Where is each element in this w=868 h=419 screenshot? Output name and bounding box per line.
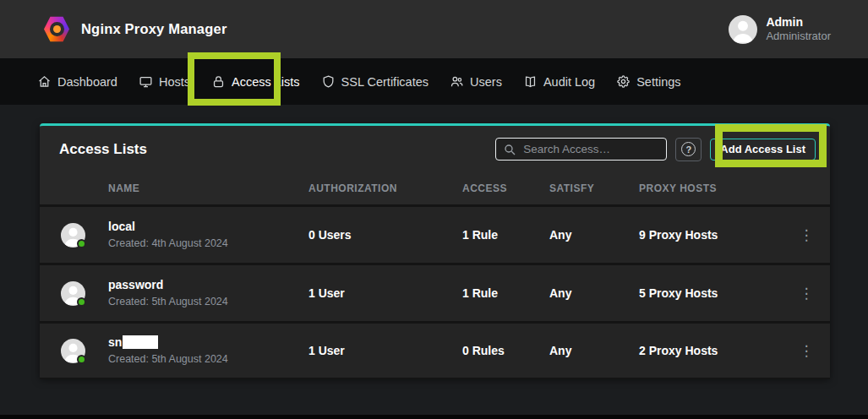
access-value: 1 Rule bbox=[462, 286, 549, 300]
satisfy-value: Any bbox=[549, 228, 639, 242]
user-name: Admin bbox=[766, 15, 831, 30]
page-title: Access Lists bbox=[59, 141, 147, 158]
access-lists-panel: Access Lists ? Add Access List NAME AUTH… bbox=[40, 123, 830, 378]
authorization-value: 0 Users bbox=[308, 228, 462, 242]
shield-icon bbox=[321, 74, 336, 89]
satisfy-value: Any bbox=[549, 344, 639, 357]
table-header: NAME AUTHORIZATION ACCESS SATISFY PROXY … bbox=[40, 172, 830, 204]
book-icon bbox=[523, 74, 538, 89]
users-icon bbox=[450, 74, 464, 89]
column-access: ACCESS bbox=[462, 182, 549, 194]
column-name: NAME bbox=[108, 182, 308, 194]
status-dot bbox=[77, 297, 86, 307]
column-authorization: AUTHORIZATION bbox=[308, 182, 462, 194]
row-menu-icon[interactable]: ⋮ bbox=[783, 344, 830, 358]
table-row[interactable]: local Created: 4th August 2024 0 Users 1… bbox=[40, 204, 830, 263]
proxy-hosts-value: 9 Proxy Hosts bbox=[639, 228, 783, 242]
satisfy-value: Any bbox=[549, 286, 639, 300]
status-dot bbox=[77, 355, 86, 364]
add-access-list-button[interactable]: Add Access List bbox=[710, 139, 816, 161]
status-dot bbox=[77, 239, 86, 248]
monitor-icon bbox=[139, 74, 153, 89]
created-date: Created: 5th August 2024 bbox=[108, 295, 308, 308]
panel-header: Access Lists ? Add Access List bbox=[40, 126, 830, 172]
access-value: 0 Rules bbox=[462, 344, 549, 357]
access-list-name: password bbox=[108, 278, 308, 292]
help-button[interactable]: ? bbox=[675, 138, 701, 161]
column-proxy-hosts: PROXY HOSTS bbox=[639, 182, 783, 194]
main-nav: Dashboard Hosts Access Lists SSL Certifi… bbox=[0, 58, 868, 105]
lock-icon bbox=[211, 74, 226, 89]
proxy-hosts-value: 5 Proxy Hosts bbox=[639, 286, 783, 300]
nav-item-settings[interactable]: Settings bbox=[616, 74, 680, 89]
row-menu-icon[interactable]: ⋮ bbox=[783, 286, 830, 301]
access-value: 1 Rule bbox=[462, 228, 549, 242]
app-header: Nginx Proxy Manager Admin Administrator bbox=[0, 0, 868, 58]
created-date: Created: 4th August 2024 bbox=[108, 237, 308, 250]
access-list-name: local bbox=[108, 220, 308, 234]
table-row[interactable]: password Created: 5th August 2024 1 User… bbox=[40, 263, 830, 321]
nav-item-hosts[interactable]: Hosts bbox=[139, 74, 190, 89]
row-menu-icon[interactable]: ⋮ bbox=[783, 228, 830, 242]
nav-item-users[interactable]: Users bbox=[450, 74, 502, 89]
search-box[interactable] bbox=[495, 138, 667, 161]
row-avatar bbox=[61, 281, 85, 306]
screen: Nginx Proxy Manager Admin Administrator … bbox=[0, 0, 868, 419]
authorization-value: 1 User bbox=[308, 286, 462, 300]
user-role: Administrator bbox=[766, 30, 831, 43]
search-input[interactable] bbox=[523, 143, 659, 155]
nav-item-ssl-certificates[interactable]: SSL Certificates bbox=[321, 74, 429, 89]
bottom-edge bbox=[0, 415, 868, 419]
proxy-hosts-value: 2 Proxy Hosts bbox=[639, 344, 783, 357]
redaction-box bbox=[123, 335, 158, 349]
table-row[interactable]: sn Created: 5th August 2024 1 User 0 Rul… bbox=[40, 321, 830, 379]
row-avatar bbox=[61, 223, 85, 248]
app-title: Nginx Proxy Manager bbox=[81, 21, 227, 37]
created-date: Created: 5th August 2024 bbox=[108, 352, 308, 366]
user-menu[interactable]: Admin Administrator bbox=[729, 15, 831, 44]
access-list-name: sn bbox=[108, 335, 308, 350]
app-logo-icon bbox=[44, 16, 69, 43]
row-avatar bbox=[61, 339, 85, 363]
gear-icon bbox=[616, 74, 631, 89]
authorization-value: 1 User bbox=[308, 344, 462, 357]
nav-item-audit-log[interactable]: Audit Log bbox=[523, 74, 595, 89]
question-mark-icon: ? bbox=[681, 142, 696, 156]
user-avatar[interactable] bbox=[729, 15, 757, 44]
person-icon bbox=[729, 15, 757, 44]
home-icon bbox=[37, 74, 52, 89]
column-satisfy: SATISFY bbox=[549, 182, 639, 194]
nav-item-dashboard[interactable]: Dashboard bbox=[37, 74, 117, 89]
search-icon bbox=[503, 143, 516, 156]
nav-item-access-lists[interactable]: Access Lists bbox=[211, 74, 300, 89]
